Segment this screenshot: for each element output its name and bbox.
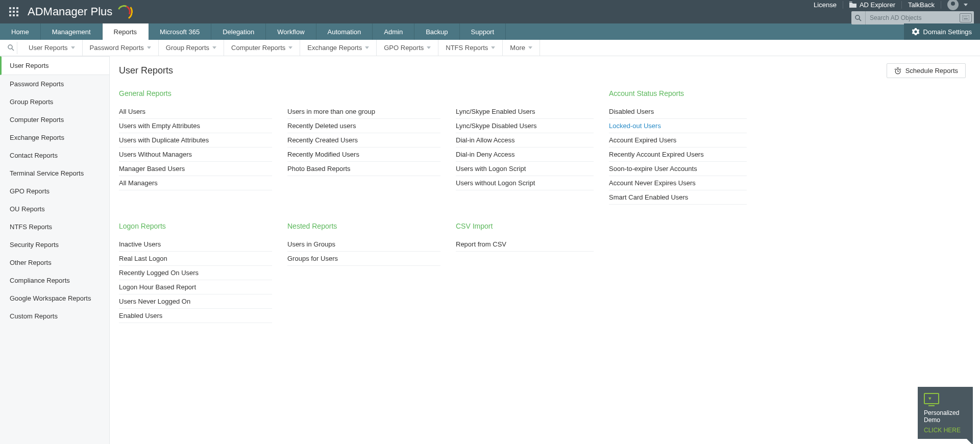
report-link[interactable]: Photo Based Reports <box>287 162 440 176</box>
monitor-icon <box>924 393 939 404</box>
report-link[interactable]: Users in more than one group <box>287 105 440 119</box>
report-link[interactable]: Users in Groups <box>287 237 440 252</box>
global-search-input[interactable] <box>866 14 960 21</box>
sidebar-item-compliance-reports[interactable]: Compliance Reports <box>0 272 109 289</box>
subnav-label: Computer Reports <box>231 44 285 52</box>
sidebar-item-password-reports[interactable]: Password Reports <box>0 75 109 93</box>
sidebar-item-ntfs-reports[interactable]: NTFS Reports <box>0 218 109 236</box>
chevron-down-icon <box>365 46 369 49</box>
subnav-label: User Reports <box>29 44 68 52</box>
subnav-exchange-reports[interactable]: Exchange Reports <box>300 40 377 56</box>
subnav-password-reports[interactable]: Password Reports <box>83 40 159 56</box>
product-name: ADManager Plus <box>28 5 112 18</box>
sidebar-item-google-workspace-reports[interactable]: Google Workspace Reports <box>0 289 109 307</box>
sidebar-item-user-reports[interactable]: User Reports <box>0 56 109 75</box>
demo-card[interactable]: Personalized Demo CLICK HERE <box>918 387 973 439</box>
domain-settings-button[interactable]: Domain Settings <box>904 23 980 40</box>
sidebar-item-security-reports[interactable]: Security Reports <box>0 236 109 254</box>
sidebar-item-gpo-reports[interactable]: GPO Reports <box>0 182 109 200</box>
tab-workflow[interactable]: Workflow <box>266 23 316 40</box>
ad-explorer-link[interactable]: AD Explorer <box>843 1 902 9</box>
apps-launcher-icon[interactable] <box>9 7 18 16</box>
global-search[interactable] <box>851 11 974 24</box>
subnav-search-icon[interactable] <box>5 42 17 54</box>
svg-rect-6 <box>964 18 968 19</box>
tab-microsoft-365[interactable]: Microsoft 365 <box>149 23 211 40</box>
demo-cta[interactable]: CLICK HERE <box>924 427 967 434</box>
report-link[interactable]: Inactive Users <box>119 237 272 252</box>
sidebar-item-computer-reports[interactable]: Computer Reports <box>0 111 109 129</box>
license-link[interactable]: License <box>807 1 843 9</box>
report-link[interactable]: Lync/Skype Disabled Users <box>456 119 594 133</box>
report-link[interactable]: Users with Logon Script <box>456 162 594 176</box>
report-link[interactable]: Users Never Logged On <box>119 294 272 309</box>
report-link[interactable]: Logon Hour Based Report <box>119 280 272 294</box>
svg-rect-2 <box>962 15 969 20</box>
report-link[interactable]: Disabled Users <box>609 105 747 119</box>
svg-point-7 <box>8 45 12 49</box>
subnav-more[interactable]: More <box>503 40 540 56</box>
report-link[interactable]: Users with Empty Attributes <box>119 119 272 133</box>
chevron-down-icon <box>427 46 431 49</box>
tab-backup[interactable]: Backup <box>414 23 459 40</box>
sidebar-item-group-reports[interactable]: Group Reports <box>0 93 109 111</box>
tab-reports[interactable]: Reports <box>103 23 149 40</box>
sidebar-item-exchange-reports[interactable]: Exchange Reports <box>0 129 109 146</box>
sidebar-item-other-reports[interactable]: Other Reports <box>0 254 109 272</box>
report-link[interactable]: Groups for Users <box>287 252 440 266</box>
report-link[interactable]: Recently Account Expired Users <box>609 147 747 162</box>
talkback-link-label: TalkBack <box>908 1 935 9</box>
report-link[interactable]: Users Without Managers <box>119 147 272 162</box>
schedule-reports-button[interactable]: Schedule Reports <box>887 63 966 78</box>
report-link[interactable]: Smart Card Enabled Users <box>609 190 747 205</box>
search-icon <box>851 11 866 24</box>
subnav-computer-reports[interactable]: Computer Reports <box>224 40 300 56</box>
report-link[interactable]: Lync/Skype Enabled Users <box>456 105 594 119</box>
group-title: Logon Reports <box>119 222 272 230</box>
report-link[interactable]: Dial-in Allow Access <box>456 133 594 147</box>
report-link[interactable]: Enabled Users <box>119 309 272 323</box>
tab-management[interactable]: Management <box>41 23 103 40</box>
report-link[interactable]: Recently Logged On Users <box>119 266 272 280</box>
report-link[interactable]: Real Last Logon <box>119 252 272 266</box>
report-link[interactable]: Locked-out Users <box>609 119 747 133</box>
report-link[interactable]: Recently Created Users <box>287 133 440 147</box>
tab-automation[interactable]: Automation <box>316 23 373 40</box>
main-nav: HomeManagementReportsMicrosoft 365Delega… <box>0 23 980 40</box>
report-link[interactable]: All Managers <box>119 176 272 190</box>
tab-home[interactable]: Home <box>0 23 41 40</box>
report-link[interactable]: Dial-in Deny Access <box>456 147 594 162</box>
report-link[interactable]: Recently Modified Users <box>287 147 440 162</box>
chevron-down-icon <box>528 46 532 49</box>
tab-delegation[interactable]: Delegation <box>211 23 266 40</box>
subnav-user-reports[interactable]: User Reports <box>21 40 83 56</box>
report-link[interactable]: Manager Based Users <box>119 162 272 176</box>
talkback-link[interactable]: TalkBack <box>902 1 941 9</box>
report-link[interactable]: Users without Logon Script <box>456 176 594 190</box>
report-link[interactable]: Soon-to-expire User Accounts <box>609 162 747 176</box>
ad-explorer-link-label: AD Explorer <box>860 1 895 9</box>
demo-text-2: Demo <box>924 416 967 424</box>
svg-point-3 <box>963 16 964 17</box>
subnav-ntfs-reports[interactable]: NTFS Reports <box>438 40 503 56</box>
report-link[interactable]: Account Expired Users <box>609 133 747 147</box>
svg-point-5 <box>966 16 967 17</box>
report-link[interactable]: Users with Duplicate Attributes <box>119 133 272 147</box>
group-csv-import: CSV Import Report from CSV <box>456 222 609 323</box>
sidebar-item-custom-reports[interactable]: Custom Reports <box>0 307 109 325</box>
sidebar-item-ou-reports[interactable]: OU Reports <box>0 200 109 218</box>
report-link[interactable]: Account Never Expires Users <box>609 176 747 190</box>
subnav-group-reports[interactable]: Group Reports <box>159 40 224 56</box>
tab-admin[interactable]: Admin <box>373 23 414 40</box>
group-title: General Reports <box>119 89 272 97</box>
product-logo: ADManager Plus <box>28 3 133 20</box>
subnav-gpo-reports[interactable]: GPO Reports <box>377 40 438 56</box>
report-link[interactable]: Report from CSV <box>456 237 594 252</box>
sidebar-item-contact-reports[interactable]: Contact Reports <box>0 146 109 164</box>
report-link[interactable]: All Users <box>119 105 272 119</box>
subnav-label: Password Reports <box>90 44 144 52</box>
report-link[interactable]: Recently Deleted users <box>287 119 440 133</box>
tab-support[interactable]: Support <box>460 23 506 40</box>
sidebar-item-terminal-service-reports[interactable]: Terminal Service Reports <box>0 164 109 182</box>
user-menu[interactable] <box>941 0 974 10</box>
